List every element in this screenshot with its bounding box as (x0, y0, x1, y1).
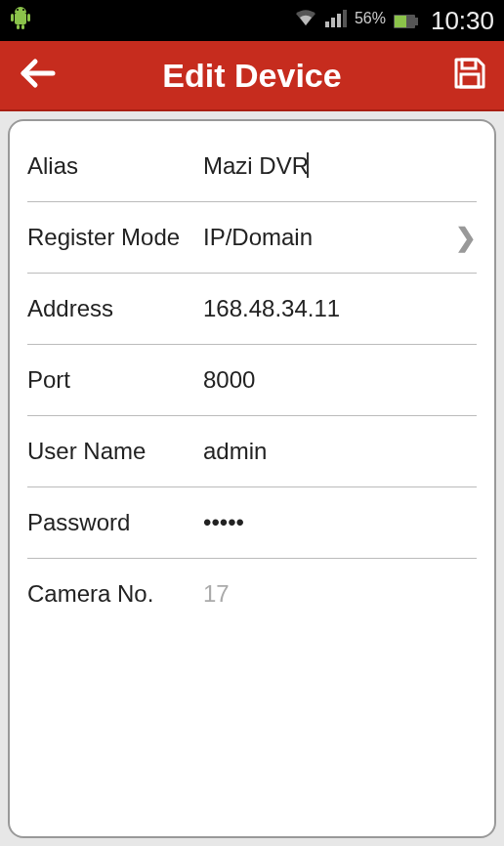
row-port[interactable]: Port 8000 (27, 345, 477, 416)
value-alias[interactable]: Mazi DVR (203, 152, 477, 181)
svg-rect-0 (15, 13, 26, 24)
row-register-mode[interactable]: Register Mode IP/Domain ❯ (27, 202, 477, 274)
save-button[interactable] (453, 57, 486, 94)
value-port[interactable]: 8000 (203, 366, 477, 394)
svg-rect-13 (395, 16, 406, 27)
status-bar: 56% 10:30 (0, 0, 504, 41)
value-password[interactable]: ••••• (203, 509, 477, 536)
label-camera-no: Camera No. (27, 580, 203, 608)
chevron-right-icon: ❯ (447, 223, 477, 253)
svg-rect-7 (325, 21, 329, 27)
label-register-mode: Register Mode (27, 224, 203, 251)
row-password[interactable]: Password ••••• (27, 487, 477, 559)
svg-rect-4 (21, 24, 24, 29)
battery-percent: 56% (355, 10, 386, 27)
svg-rect-10 (343, 10, 347, 27)
label-user-name: User Name (27, 438, 203, 465)
form-panel: Alias Mazi DVR Register Mode IP/Domain ❯… (8, 119, 496, 838)
screen: 56% 10:30 Edit Device (0, 0, 504, 846)
label-alias: Alias (27, 152, 203, 180)
label-port: Port (27, 366, 203, 394)
value-address[interactable]: 168.48.34.11 (203, 295, 477, 322)
svg-point-6 (22, 9, 24, 11)
label-address: Address (27, 295, 203, 322)
content-area: Alias Mazi DVR Register Mode IP/Domain ❯… (0, 111, 504, 846)
svg-point-5 (17, 9, 19, 11)
svg-rect-8 (331, 18, 335, 27)
battery-icon (394, 14, 419, 27)
title-bar: Edit Device (0, 41, 504, 111)
svg-rect-12 (415, 18, 418, 25)
value-user-name[interactable]: admin (203, 438, 477, 465)
signal-icon (325, 8, 347, 33)
row-camera-no: Camera No. 17 (27, 559, 477, 629)
page-title: Edit Device (162, 57, 341, 95)
svg-rect-15 (462, 60, 476, 68)
row-alias[interactable]: Alias Mazi DVR (27, 131, 477, 202)
back-button[interactable] (18, 56, 57, 95)
svg-rect-3 (17, 24, 20, 29)
svg-rect-16 (461, 74, 479, 87)
label-password: Password (27, 509, 203, 536)
status-time: 10:30 (431, 6, 494, 36)
wifi-icon (294, 8, 317, 33)
svg-rect-9 (337, 14, 341, 27)
value-register-mode: IP/Domain (203, 224, 447, 251)
row-address[interactable]: Address 168.48.34.11 (27, 274, 477, 345)
svg-rect-2 (27, 14, 30, 21)
row-user-name[interactable]: User Name admin (27, 416, 477, 487)
android-mascot-icon (10, 5, 31, 36)
svg-rect-1 (11, 14, 14, 21)
text-cursor (307, 152, 309, 178)
value-camera-no: 17 (203, 580, 477, 608)
